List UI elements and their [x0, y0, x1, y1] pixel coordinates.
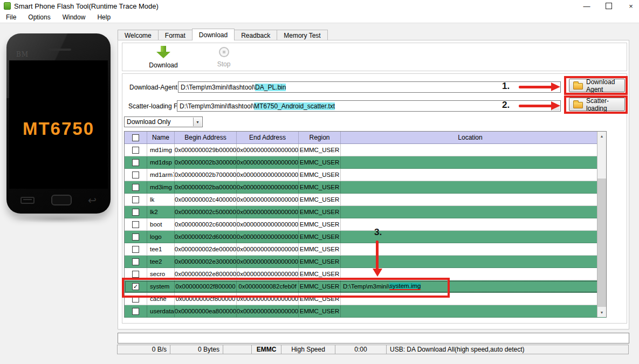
- cell-location: [341, 256, 598, 267]
- scrollbar-down-icon[interactable]: ▼: [597, 308, 606, 317]
- cell-begin-address: 0x000000002e300000: [175, 256, 237, 267]
- cell-name: lk: [147, 194, 175, 205]
- column-header-region: Region: [299, 132, 341, 143]
- phone-shadow: [12, 215, 105, 223]
- row-checkbox[interactable]: [132, 159, 139, 166]
- annotation-box-system-row: [122, 278, 450, 298]
- row-checkbox[interactable]: [132, 184, 139, 191]
- cell-begin-address: 0x000000002c600000: [175, 218, 237, 230]
- title-bar: Smart Phone Flash Tool(Runtime Trace Mod…: [0, 0, 639, 12]
- row-checkbox[interactable]: [132, 308, 139, 315]
- row-checkbox[interactable]: [132, 209, 139, 216]
- cell-location: [341, 181, 598, 193]
- cell-begin-address: 0x000000002de00000: [175, 243, 237, 255]
- cell-name: md3img: [147, 181, 175, 193]
- row-checkbox[interactable]: [132, 258, 139, 265]
- status-speed: 0 B/s: [117, 345, 170, 354]
- table-row: lk 0x000000002c400000 0x0000000000000000…: [125, 194, 606, 206]
- scrollbar-thumb[interactable]: [597, 178, 606, 307]
- status-bytes: 0 Bytes: [170, 345, 223, 354]
- row-checkbox[interactable]: [132, 246, 139, 253]
- cell-end-address: 0x0000000000000000: [237, 156, 299, 168]
- cell-end-address: 0x0000000000000000: [237, 231, 299, 243]
- column-header-end-address: End Address: [237, 132, 299, 143]
- close-button[interactable]: ×: [626, 2, 636, 10]
- cell-name: tee2: [147, 256, 175, 267]
- minimize-button[interactable]: —: [582, 2, 592, 10]
- agent-path-highlight: DA_PL.bin: [255, 84, 286, 91]
- row-checkbox[interactable]: [132, 171, 139, 178]
- tab-readback[interactable]: Readback: [234, 30, 277, 40]
- column-header-name: Name: [147, 132, 175, 143]
- table-row: tee2 0x000000002e300000 0x00000000000000…: [125, 256, 606, 268]
- agent-path-prefix: D:\Temp\m3mini\flashtool\: [181, 84, 255, 91]
- app-icon: [4, 2, 11, 10]
- select-all-checkbox[interactable]: [132, 134, 139, 141]
- table-row: md1img 0x0000000029b00000 0x000000000000…: [125, 144, 606, 156]
- cell-name: logo: [147, 231, 175, 243]
- table-row: userdata 0x00000000ea800000 0x0000000000…: [125, 305, 606, 318]
- scatter-file-label: Scatter-loading File: [128, 102, 184, 110]
- menu-item-file[interactable]: File: [0, 13, 22, 21]
- cell-begin-address: 0x000000002c500000: [175, 206, 237, 218]
- tab-download[interactable]: Download: [192, 29, 235, 40]
- cell-region: EMMC_USER: [299, 206, 341, 218]
- row-checkbox[interactable]: [132, 271, 139, 278]
- scatter-path-highlight: MT6750_Android_scatter.txt: [254, 102, 335, 110]
- table-header: Name Begin Address End Address Region Lo…: [125, 132, 606, 144]
- phone-back-icon: ↩: [88, 195, 97, 205]
- cell-name: tee1: [147, 243, 175, 255]
- row-checkbox[interactable]: [132, 196, 139, 203]
- cell-begin-address: 0x0000000029b00000: [175, 144, 237, 156]
- table-row: boot 0x000000002c600000 0x00000000000000…: [125, 218, 606, 231]
- cell-begin-address: 0x000000002b300000: [175, 156, 237, 168]
- status-elapsed-time: 0:00: [335, 345, 387, 354]
- cell-location: [341, 194, 598, 205]
- mode-dropdown-icon[interactable]: ▼: [193, 118, 202, 126]
- cell-end-address: 0x0000000000000000: [237, 194, 299, 205]
- menu-item-options[interactable]: Options: [22, 13, 56, 21]
- cell-region: EMMC_USER: [299, 181, 341, 193]
- table-row: tee1 0x000000002de00000 0x00000000000000…: [125, 243, 606, 256]
- column-header-location: Location: [341, 132, 598, 143]
- tab-welcome[interactable]: Welcome: [118, 30, 159, 40]
- cell-region: EMMC_USER: [299, 218, 341, 230]
- cell-end-address: 0x0000000000000000: [237, 144, 299, 156]
- cell-name: md1dsp: [147, 156, 175, 168]
- mode-select[interactable]: Download Only ▼: [124, 116, 203, 127]
- annotation-box-scatter-loading: [564, 95, 628, 114]
- table-row: md1arm7 0x000000002b700000 0x00000000000…: [125, 169, 606, 181]
- cell-location: [341, 206, 598, 218]
- cell-end-address: 0x0000000000000000: [237, 181, 299, 193]
- stop-button-label: Stop: [204, 60, 243, 68]
- cell-region: EMMC_USER: [299, 194, 341, 205]
- status-bar: 0 B/s 0 Bytes EMMC High Speed 0:00 USB: …: [118, 345, 629, 354]
- row-checkbox[interactable]: [132, 233, 139, 241]
- menu-bar: File Options Window Help: [0, 12, 639, 23]
- maximize-button[interactable]: [606, 3, 612, 9]
- cell-begin-address: 0x00000000ea800000: [175, 305, 237, 317]
- phone-home-icon: [51, 195, 72, 205]
- table-scrollbar[interactable]: ▲ ▼: [597, 132, 606, 317]
- table-row: md1dsp 0x000000002b300000 0x000000000000…: [125, 156, 606, 169]
- cell-location: [341, 305, 598, 317]
- menu-item-help[interactable]: Help: [91, 13, 116, 21]
- cell-name: md1img: [147, 144, 175, 156]
- tab-memory-test[interactable]: Memory Test: [277, 30, 327, 40]
- row-checkbox[interactable]: [132, 147, 139, 154]
- stop-button[interactable]: Stop: [204, 46, 243, 68]
- download-button[interactable]: Download: [144, 46, 183, 69]
- menu-item-window[interactable]: Window: [57, 13, 92, 21]
- scrollbar-up-icon[interactable]: ▲: [597, 132, 606, 141]
- cell-region: EMMC_USER: [299, 231, 341, 243]
- row-checkbox[interactable]: [132, 221, 139, 228]
- cell-end-address: 0x0000000000000000: [237, 218, 299, 230]
- window-title: Smart Phone Flash Tool(Runtime Trace Mod…: [14, 2, 159, 10]
- tab-format[interactable]: Format: [158, 30, 193, 40]
- cell-name: lk2: [147, 206, 175, 218]
- cell-location: [341, 144, 598, 156]
- cell-begin-address: 0x000000002d600000: [175, 231, 237, 243]
- mode-select-value: Download Only: [127, 118, 170, 126]
- phone-image: BM MT6750 ↩: [6, 33, 111, 214]
- cell-end-address: 0x0000000000000000: [237, 206, 299, 218]
